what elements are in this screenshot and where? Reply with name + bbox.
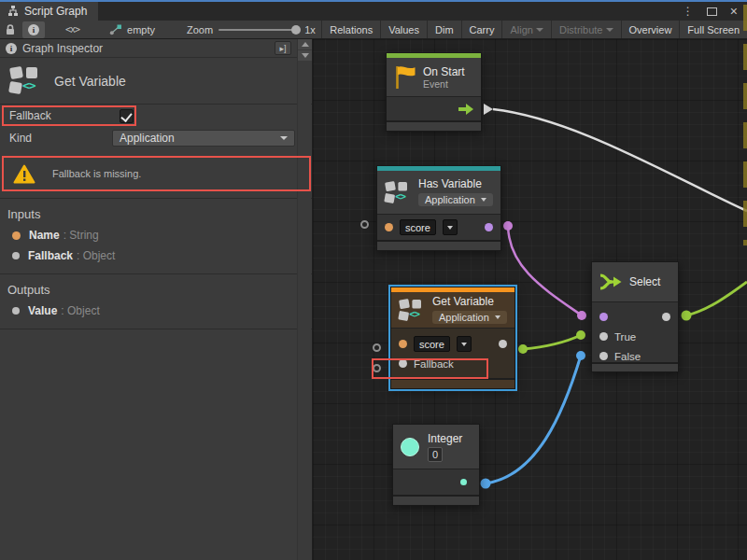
info-icon: i (6, 43, 17, 54)
kind-label: Kind (9, 132, 112, 145)
graph-toolbar: i <x> empty Zoom 1x Relations Values Dim… (0, 21, 747, 39)
chevron-down-icon (495, 315, 500, 319)
name-input-port[interactable] (385, 223, 393, 231)
integer-output-port[interactable] (460, 479, 467, 485)
info-icon: i (28, 24, 39, 35)
integer-circle-icon (401, 438, 419, 456)
unit-title-block: <> Get Variable (0, 58, 312, 105)
graph-inspector-panel: i Graph Inspector ▸] <> Get Variable Fal… (0, 39, 313, 560)
input-name: Name (29, 229, 60, 242)
condition-input-port[interactable] (599, 313, 608, 321)
wire-getvariable-to-select-true[interactable] (523, 335, 581, 349)
output-value: Value (28, 304, 57, 317)
fallback-port-label: Fallback (414, 358, 454, 370)
relations-button[interactable]: Relations (321, 21, 380, 38)
align-dropdown[interactable]: Align (501, 21, 551, 38)
graph-breadcrumb[interactable]: empty (109, 24, 155, 35)
dim-button[interactable]: Dim (427, 21, 461, 38)
node-on-start[interactable]: On Start Event (386, 52, 482, 132)
zoom-control: Zoom 1x (187, 24, 316, 35)
chevron-down-icon (481, 198, 486, 202)
name-input-port[interactable] (399, 340, 407, 348)
string-port-icon (12, 231, 21, 240)
zoom-slider[interactable] (218, 29, 299, 31)
variable-name-field[interactable]: score (400, 219, 436, 235)
object-port-icon (12, 307, 20, 315)
variables-icon: <> (385, 181, 410, 204)
warning-box: Fallback is missing. (0, 157, 312, 190)
graph-canvas[interactable]: On Start Event <> Has Variable Applicati… (313, 39, 747, 560)
input-name-type: : String (63, 229, 99, 242)
zoom-slider-handle[interactable] (291, 25, 301, 35)
carry-button[interactable]: Carry (461, 21, 502, 38)
inspector-toggle-button[interactable]: i (22, 21, 45, 38)
inspector-header: i Graph Inspector ▸] (0, 39, 312, 58)
window-menu-icon[interactable]: ⋮ (683, 6, 694, 17)
false-port-label: False (614, 351, 641, 362)
node-select[interactable]: Select True False (591, 261, 679, 372)
bool-output-port[interactable] (485, 223, 493, 231)
kind-row: Kind Application (0, 127, 312, 149)
close-icon[interactable]: × (730, 5, 738, 18)
graph-icon (7, 6, 19, 17)
false-input-port[interactable] (599, 352, 608, 360)
node-has-variable[interactable]: <> Has Variable Application score (376, 165, 501, 251)
onstart-output-port[interactable] (484, 104, 493, 115)
dock-icon[interactable]: ▸] (275, 41, 291, 55)
selection-output-port[interactable] (662, 313, 670, 321)
getvariable-fallback-port-ring[interactable] (373, 364, 381, 372)
variable-picker-button[interactable] (457, 336, 472, 352)
chevron-down-icon (280, 136, 288, 140)
values-button[interactable]: Values (380, 21, 427, 38)
wire-onstart-out[interactable] (493, 109, 747, 211)
scroll-up-icon[interactable] (298, 39, 312, 49)
scroll-down-icon[interactable] (298, 50, 312, 61)
fallback-checkbox[interactable] (120, 109, 134, 123)
maximize-icon[interactable] (707, 7, 717, 16)
variable-name-field[interactable]: score (414, 336, 450, 352)
integer-value-field[interactable]: 0 (428, 447, 443, 462)
true-input-port[interactable] (599, 332, 608, 341)
fullscreen-button[interactable]: Full Screen (679, 21, 747, 38)
node-title: Integer (428, 432, 462, 445)
input-fallback-type: : Object (77, 249, 115, 262)
variable-kind-dropdown[interactable]: Application (418, 193, 493, 206)
select-merge-icon (599, 273, 623, 291)
branch-icon (109, 24, 122, 35)
hasvariable-name-port-ring[interactable] (360, 220, 369, 229)
node-integer[interactable]: Integer 0 (392, 424, 480, 506)
node-title: Get Variable (432, 295, 507, 308)
input-fallback: Fallback (28, 249, 73, 262)
lock-icon[interactable] (0, 21, 21, 38)
node-title: Select (629, 275, 660, 288)
input-row-fallback: Fallback : Object (0, 245, 312, 266)
inputs-header: Inputs (0, 199, 312, 225)
getvariable-name-port-ring[interactable] (373, 343, 381, 352)
node-title: On Start (423, 65, 465, 78)
tab-title: Script Graph (24, 5, 87, 18)
panel-scrollbar[interactable] (297, 39, 311, 560)
wire-select-out[interactable] (686, 282, 747, 315)
true-port-label: True (614, 331, 636, 343)
wire-layer (313, 39, 747, 560)
warning-text: Fallback is missing. (52, 168, 141, 179)
node-title: Has Variable (418, 177, 493, 190)
node-get-variable[interactable]: <> Get Variable Application score Fallba… (390, 287, 515, 389)
code-preview-icon[interactable]: <x> (60, 21, 85, 38)
wire-hasvariable-to-select[interactable] (508, 226, 582, 315)
unit-title: Get Variable (54, 74, 126, 89)
object-port-icon (12, 252, 20, 259)
flow-arrow-icon[interactable] (458, 104, 473, 115)
tab-script-graph[interactable]: Script Graph (0, 2, 98, 21)
overview-button[interactable]: Overview (621, 21, 680, 38)
input-row-name: Name : String (0, 225, 312, 245)
variable-kind-dropdown[interactable]: Application (432, 311, 507, 324)
fallback-input-port[interactable] (399, 359, 407, 368)
variable-picker-button[interactable] (443, 219, 458, 235)
distribute-dropdown[interactable]: Distribute (551, 21, 621, 38)
kind-dropdown[interactable]: Application (112, 130, 295, 147)
kind-value: Application (120, 132, 175, 145)
variables-icon: <> (399, 299, 424, 322)
value-output-port[interactable] (499, 340, 507, 348)
node-subtitle: Event (423, 78, 465, 90)
